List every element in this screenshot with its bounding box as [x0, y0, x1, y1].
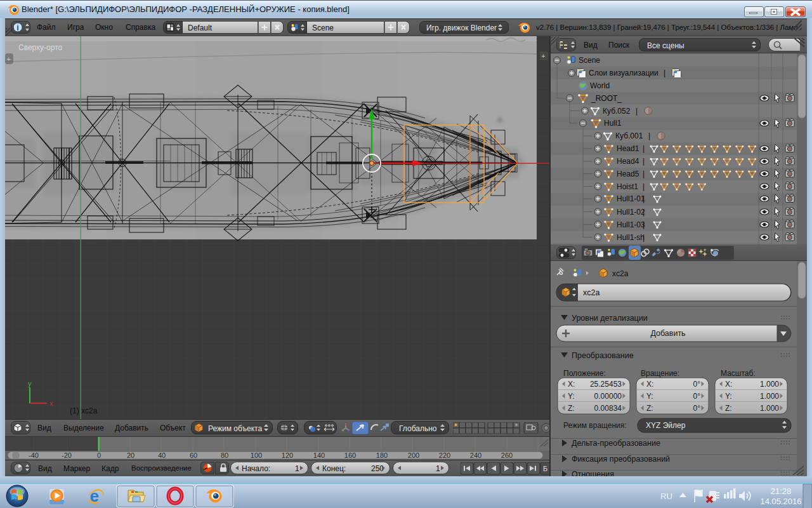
- svg-text:Z:: Z:: [568, 404, 575, 413]
- svg-text:Слои визуализации: Слои визуализации: [589, 69, 658, 77]
- svg-text:i: i: [16, 23, 18, 32]
- svg-text:Преобразование: Преобразование: [572, 351, 634, 360]
- svg-text:-40: -40: [29, 451, 39, 459]
- svg-text:Hull1-03: Hull1-03: [617, 220, 645, 229]
- svg-text:X:: X:: [725, 380, 732, 389]
- svg-text:-20: -20: [62, 451, 72, 459]
- svg-text:Hull1-02: Hull1-02: [617, 208, 645, 217]
- svg-text:|: |: [643, 144, 645, 153]
- svg-text:X:: X:: [646, 380, 653, 389]
- svg-text:0°: 0°: [693, 380, 701, 389]
- svg-text:0.00834: 0.00834: [594, 404, 622, 413]
- svg-text:XYZ Эйлер: XYZ Эйлер: [646, 421, 686, 430]
- svg-text:|: |: [643, 182, 645, 191]
- svg-text:Уровни детализации: Уровни детализации: [572, 314, 648, 323]
- svg-text:X:: X:: [568, 380, 575, 389]
- svg-text:240: 240: [470, 451, 481, 459]
- svg-text:Z:: Z:: [646, 404, 653, 413]
- svg-text:Y:: Y:: [646, 392, 653, 401]
- svg-text:1.000: 1.000: [760, 392, 779, 401]
- svg-text:Hull1-sh: Hull1-sh: [617, 233, 645, 242]
- svg-text:Head4: Head4: [617, 157, 639, 166]
- svg-text:180: 180: [376, 451, 388, 459]
- svg-text:Hoist1: Hoist1: [617, 182, 638, 191]
- svg-text:Масштаб:: Масштаб:: [721, 369, 756, 378]
- svg-text:|: |: [664, 69, 665, 77]
- svg-text:World: World: [590, 81, 610, 90]
- svg-text:RU: RU: [660, 491, 672, 501]
- svg-text:200: 200: [408, 451, 419, 459]
- svg-text:40: 40: [158, 451, 166, 459]
- svg-text:xc2a: xc2a: [612, 269, 629, 278]
- svg-text:140: 140: [313, 451, 325, 459]
- svg-text:Hull1: Hull1: [604, 119, 622, 128]
- svg-text:60: 60: [190, 451, 197, 459]
- svg-text:Hull1-01: Hull1-01: [617, 194, 645, 203]
- svg-text:0°: 0°: [693, 392, 701, 401]
- svg-text:|: |: [643, 157, 645, 166]
- svg-text:Scene: Scene: [579, 56, 600, 65]
- svg-text:|: |: [643, 194, 645, 203]
- svg-text:0.00000: 0.00000: [594, 392, 622, 401]
- svg-text:|: |: [648, 131, 650, 140]
- svg-text:Y:: Y:: [568, 392, 575, 401]
- svg-text:Head1: Head1: [617, 144, 639, 153]
- svg-text:Z:: Z:: [725, 404, 732, 413]
- svg-text:21:28: 21:28: [771, 486, 792, 496]
- svg-text:_ROOT_: _ROOT_: [591, 94, 622, 103]
- svg-text:|: |: [643, 208, 645, 217]
- svg-text:260: 260: [501, 451, 513, 459]
- svg-text:1.000: 1.000: [760, 380, 779, 389]
- svg-text:|: |: [643, 233, 645, 242]
- svg-text:Куб.052: Куб.052: [603, 107, 631, 116]
- svg-text:Вращение:: Вращение:: [641, 369, 679, 378]
- svg-text:Отношения: Отношения: [572, 470, 614, 476]
- svg-text:Y:: Y:: [725, 392, 732, 401]
- svg-text:80: 80: [221, 451, 228, 459]
- svg-text:Добавить: Добавить: [650, 329, 685, 338]
- svg-text:Head5: Head5: [617, 170, 639, 178]
- svg-text:(1) xc2a: (1) xc2a: [70, 406, 98, 415]
- svg-text:xc2a: xc2a: [583, 288, 599, 297]
- svg-text:Дельта-преобразование: Дельта-преобразование: [572, 439, 660, 448]
- svg-text:y: y: [28, 380, 32, 387]
- svg-text:Б: Б: [543, 465, 547, 472]
- svg-text:120: 120: [282, 451, 293, 459]
- svg-text:20: 20: [127, 451, 134, 459]
- svg-text:|: |: [643, 170, 645, 178]
- svg-text:Режим вращения:: Режим вращения:: [563, 421, 627, 430]
- svg-text:0°: 0°: [693, 404, 701, 413]
- svg-text:Сверху-орто: Сверху-орто: [18, 43, 63, 52]
- svg-text:100: 100: [251, 451, 262, 459]
- svg-text:Положение:: Положение:: [563, 369, 606, 378]
- svg-text:220: 220: [439, 451, 450, 459]
- svg-text:1.000: 1.000: [760, 404, 779, 413]
- svg-text:Куб.001: Куб.001: [615, 131, 643, 140]
- svg-text:x: x: [49, 399, 53, 407]
- svg-text:0: 0: [97, 451, 101, 459]
- svg-text:|: |: [643, 220, 645, 229]
- svg-text:160: 160: [344, 451, 356, 459]
- svg-text:14.05.2016: 14.05.2016: [760, 497, 801, 506]
- svg-text:+: +: [542, 53, 546, 60]
- svg-text:25.25453: 25.25453: [590, 380, 622, 389]
- svg-text:|: |: [636, 107, 638, 116]
- svg-text:+: +: [7, 55, 11, 63]
- svg-text:Фиксация преобразований: Фиксация преобразований: [572, 455, 670, 464]
